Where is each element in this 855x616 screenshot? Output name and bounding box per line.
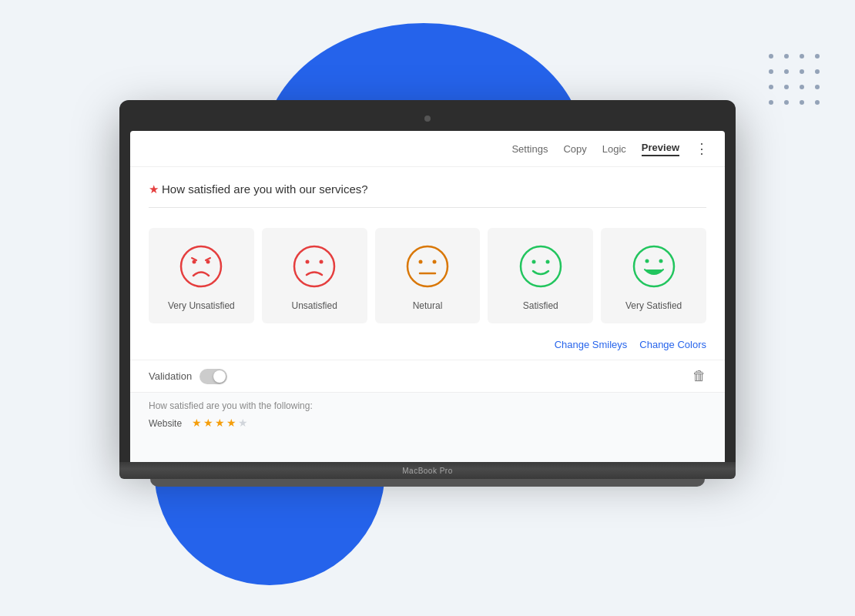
dot (800, 85, 804, 89)
neutral-face-icon (404, 243, 451, 290)
star-rating: ★ ★ ★ ★ ★ (192, 417, 248, 429)
validation-bar: Validation 🗑 (130, 360, 725, 392)
more-options-button[interactable]: ⋮ (695, 140, 709, 157)
svg-point-3 (294, 246, 334, 286)
dot (769, 85, 773, 89)
preview-button[interactable]: Preview (642, 142, 679, 156)
screen-content: Settings Copy Logic Preview ⋮ ★How satis… (130, 131, 725, 462)
validation-toggle[interactable] (200, 369, 227, 384)
smiley-label-unsatisfied: Unsatisfied (292, 300, 337, 311)
laptop-foot (150, 479, 705, 487)
dot (784, 54, 789, 59)
svg-point-10 (521, 246, 561, 286)
very-sad-face-icon (178, 243, 224, 290)
star-2: ★ (203, 417, 213, 429)
question-divider (149, 207, 706, 208)
dot (769, 69, 773, 74)
validation-left: Validation (149, 369, 227, 384)
dot (815, 100, 820, 105)
svg-point-13 (634, 246, 674, 286)
laptop-frame: Settings Copy Logic Preview ⋮ ★How satis… (119, 100, 736, 487)
laptop-screen-frame: Settings Copy Logic Preview ⋮ ★How satis… (119, 100, 736, 462)
dot (800, 100, 804, 105)
star-5: ★ (238, 417, 248, 429)
dot (815, 85, 820, 89)
very-happy-face-icon (631, 243, 677, 290)
settings-button[interactable]: Settings (511, 143, 548, 155)
copy-button[interactable]: Copy (563, 143, 586, 155)
change-colors-button[interactable]: Change Colors (639, 339, 706, 350)
toggle-knob (213, 370, 226, 383)
required-star: ★ (149, 182, 159, 196)
svg-point-5 (320, 260, 324, 264)
smiley-card-neutral[interactable]: Netural (375, 228, 481, 323)
change-smileys-button[interactable]: Change Smileys (555, 339, 628, 350)
smiley-grid: Very Unsatisfied Unsatisfied (130, 216, 725, 336)
dot (769, 100, 773, 105)
smiley-label-satisfied: Satisfied (523, 300, 558, 311)
svg-point-11 (531, 260, 535, 264)
svg-point-6 (407, 246, 448, 286)
happy-face-icon (518, 243, 564, 290)
dot (815, 54, 820, 59)
dot (784, 85, 789, 89)
star-1: ★ (192, 417, 202, 429)
svg-point-0 (181, 246, 221, 286)
question-area: ★How satisfied are you with our services… (130, 167, 725, 216)
smiley-card-very-satisfied[interactable]: Very Satisfied (601, 228, 706, 323)
dot (784, 100, 789, 105)
laptop-screen: Settings Copy Logic Preview ⋮ ★How satis… (130, 131, 725, 462)
svg-point-12 (545, 260, 549, 264)
preview-question-text: How satisfied are you with the following… (149, 400, 706, 411)
validation-label: Validation (149, 370, 192, 382)
svg-point-14 (645, 259, 649, 263)
toolbar: Settings Copy Logic Preview ⋮ (130, 131, 725, 167)
dot (800, 54, 804, 59)
svg-point-7 (418, 260, 422, 264)
svg-point-4 (306, 260, 310, 264)
laptop-camera-bar (130, 111, 725, 126)
dot (800, 69, 804, 74)
action-links: Change Smileys Change Colors (130, 336, 725, 360)
smiley-label-very-satisfied: Very Satisfied (625, 300, 682, 311)
dot (815, 69, 820, 74)
laptop-brand-label: MacBook Pro (402, 467, 453, 475)
sad-face-icon (291, 243, 337, 290)
svg-point-15 (659, 259, 662, 263)
smiley-label-neutral: Netural (413, 300, 443, 311)
dot-grid-decoration (769, 54, 824, 109)
smiley-card-satisfied[interactable]: Satisfied (488, 228, 593, 323)
dot (769, 54, 773, 59)
logic-button[interactable]: Logic (602, 143, 626, 155)
laptop-base: MacBook Pro (119, 462, 736, 479)
laptop-camera (424, 116, 431, 122)
delete-button[interactable]: 🗑 (692, 368, 706, 384)
preview-bottom-section: How satisfied are you with the following… (130, 392, 725, 462)
smiley-card-very-unsatisfied[interactable]: Very Unsatisfied (149, 228, 254, 323)
smiley-card-unsatisfied[interactable]: Unsatisfied (262, 228, 367, 323)
svg-point-8 (432, 260, 436, 264)
star-4: ★ (226, 417, 236, 429)
smiley-label-very-unsatisfied: Very Unsatisfied (168, 300, 235, 311)
preview-website-label: Website (149, 418, 182, 429)
star-3: ★ (215, 417, 225, 429)
dot (784, 69, 789, 74)
question-text: ★How satisfied are you with our services… (149, 182, 706, 196)
